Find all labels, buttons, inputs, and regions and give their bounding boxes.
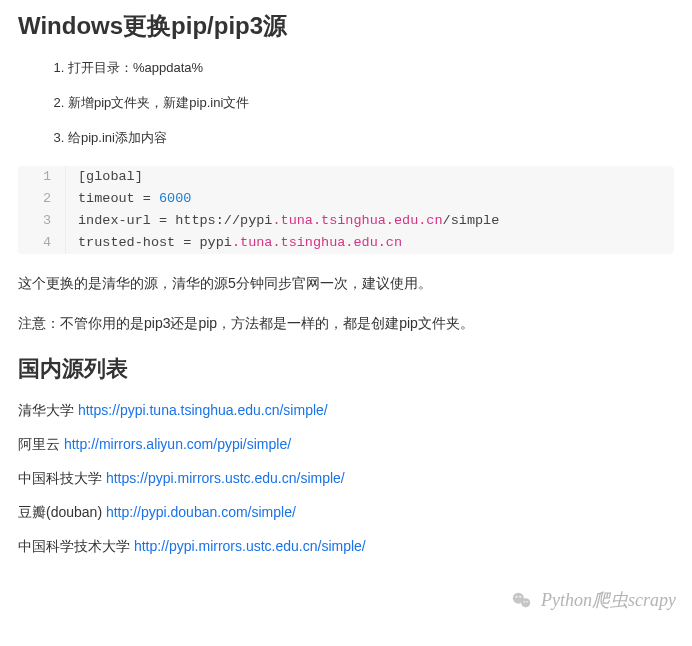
svg-point-4 <box>524 601 525 602</box>
code-text: /simple <box>443 213 500 228</box>
wechat-icon <box>511 589 533 611</box>
mirror-link[interactable]: http://pypi.douban.com/simple/ <box>106 504 296 520</box>
code-line: 3 index-url = https://pypi.tuna.tsinghua… <box>18 210 674 232</box>
code-text: timeout = <box>78 191 159 206</box>
mirror-entry: 豆瓣(douban) http://pypi.douban.com/simple… <box>18 504 674 522</box>
step-item: 新增pip文件夹，新建pip.ini文件 <box>68 93 674 114</box>
steps-list: 打开目录：%appdata% 新增pip文件夹，新建pip.ini文件 给pip… <box>18 58 674 148</box>
mirror-name: 清华大学 <box>18 402 78 418</box>
paragraph-note-1: 这个更换的是清华的源，清华的源5分钟同步官网一次，建议使用。 <box>18 272 674 296</box>
mirror-name: 豆瓣(douban) <box>18 504 106 520</box>
watermark-text: Python爬虫scrapy <box>541 588 676 612</box>
code-line: 1 [global] <box>18 166 674 188</box>
mirror-link[interactable]: https://pypi.tuna.tsinghua.edu.cn/simple… <box>78 402 328 418</box>
heading-windows-pip: Windows更换pip/pip3源 <box>18 10 674 42</box>
mirror-name: 阿里云 <box>18 436 64 452</box>
watermark: Python爬虫scrapy <box>511 588 676 612</box>
mirror-link[interactable]: https://pypi.mirrors.ustc.edu.cn/simple/ <box>106 470 345 486</box>
code-content: timeout = 6000 <box>66 188 191 210</box>
svg-point-2 <box>516 596 518 598</box>
mirror-name: 中国科技大学 <box>18 470 106 486</box>
code-domain: .tuna.tsinghua.edu.cn <box>232 235 402 250</box>
code-text: [global] <box>78 169 143 184</box>
line-number: 3 <box>18 210 66 232</box>
svg-point-5 <box>526 601 527 602</box>
line-number: 2 <box>18 188 66 210</box>
svg-point-1 <box>521 598 530 607</box>
line-number: 4 <box>18 232 66 254</box>
paragraph-note-2: 注意：不管你用的是pip3还是pip，方法都是一样的，都是创建pip文件夹。 <box>18 312 674 336</box>
code-text: trusted-host = pypi <box>78 235 232 250</box>
mirror-entry: 中国科技大学 https://pypi.mirrors.ustc.edu.cn/… <box>18 470 674 488</box>
mirror-link[interactable]: http://pypi.mirrors.ustc.edu.cn/simple/ <box>134 538 366 554</box>
code-content: [global] <box>66 166 143 188</box>
code-line: 4 trusted-host = pypi.tuna.tsinghua.edu.… <box>18 232 674 254</box>
line-number: 1 <box>18 166 66 188</box>
mirror-entry: 清华大学 https://pypi.tuna.tsinghua.edu.cn/s… <box>18 402 674 420</box>
step-item: 打开目录：%appdata% <box>68 58 674 79</box>
code-content: index-url = https://pypi.tuna.tsinghua.e… <box>66 210 499 232</box>
step-item: 给pip.ini添加内容 <box>68 128 674 149</box>
code-line: 2 timeout = 6000 <box>18 188 674 210</box>
svg-point-3 <box>519 596 521 598</box>
code-content: trusted-host = pypi.tuna.tsinghua.edu.cn <box>66 232 402 254</box>
code-block: 1 [global] 2 timeout = 6000 3 index-url … <box>18 166 674 254</box>
mirror-entry: 阿里云 http://mirrors.aliyun.com/pypi/simpl… <box>18 436 674 454</box>
mirror-entry: 中国科学技术大学 http://pypi.mirrors.ustc.edu.cn… <box>18 538 674 556</box>
mirror-link[interactable]: http://mirrors.aliyun.com/pypi/simple/ <box>64 436 291 452</box>
mirror-name: 中国科学技术大学 <box>18 538 134 554</box>
code-domain: .tuna.tsinghua.edu.cn <box>272 213 442 228</box>
code-text: index-url = https://pypi <box>78 213 272 228</box>
heading-mirror-list: 国内源列表 <box>18 354 674 384</box>
code-number: 6000 <box>159 191 191 206</box>
